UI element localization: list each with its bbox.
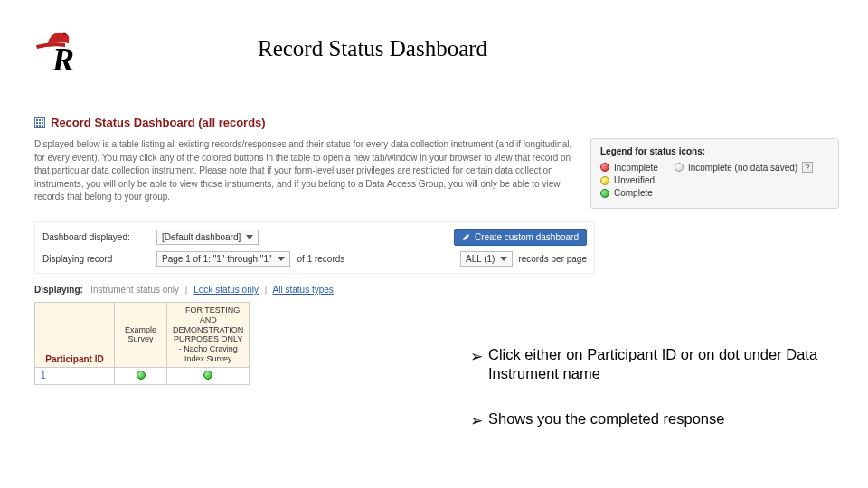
- bullet-list: ➢ Click either on Participant ID or on d…: [470, 345, 859, 454]
- status-dot-green-icon[interactable]: [137, 371, 146, 380]
- bullet-item: ➢ Shows you the completed response: [470, 409, 859, 428]
- participant-id-link[interactable]: 1: [41, 371, 46, 380]
- legend-label: Incomplete: [614, 163, 658, 173]
- dashboard-select[interactable]: [Default dashboard]: [156, 230, 259, 245]
- filter-option-all[interactable]: All status types: [273, 285, 334, 295]
- dashboard-displayed-row: Dashboard displayed: [Default dashboard]…: [42, 229, 587, 246]
- slide-title: Record Status Dashboard: [258, 36, 487, 61]
- svg-text:R: R: [52, 42, 74, 72]
- col-participant-id: Participant ID: [35, 303, 115, 368]
- legend-label: Incomplete (no data saved): [688, 163, 797, 173]
- caret-down-icon: [500, 257, 507, 261]
- logo: R: [34, 25, 89, 72]
- legend-row-incomplete: Incomplete Incomplete (no data saved) ?: [600, 162, 829, 173]
- dashboard-description: Displayed below is a table listing all e…: [34, 138, 572, 204]
- legend-row-unverified: Unverified: [600, 175, 829, 185]
- grid-icon: [34, 117, 45, 128]
- pencil-icon: [462, 233, 470, 241]
- arrow-bullet-icon: ➢: [470, 411, 483, 430]
- caret-down-icon: [246, 235, 253, 239]
- displaying-filter: Displaying: Instrument status only | Loc…: [34, 285, 839, 295]
- legend-row-complete: Complete: [600, 188, 829, 198]
- table-row: 1: [35, 367, 250, 384]
- status-dot-red-icon: [600, 163, 609, 172]
- filter-option-lock[interactable]: Lock status only: [193, 285, 259, 295]
- legend-label: Complete: [614, 188, 653, 198]
- col-example-survey: Example Survey: [115, 303, 167, 368]
- per-page-select[interactable]: ALL (1): [460, 251, 513, 267]
- caret-down-icon: [278, 257, 285, 261]
- status-dot-yellow-icon: [600, 176, 609, 185]
- bullet-item: ➢ Click either on Participant ID or on d…: [470, 345, 859, 384]
- legend-title: Legend for status icons:: [600, 146, 829, 156]
- dashboard-title: Record Status Dashboard (all records): [51, 116, 266, 129]
- control-label: Dashboard displayed:: [42, 232, 149, 242]
- status-dot-gray-icon: [675, 163, 684, 172]
- col-nacho-survey: __FOR TESTING AND DEMONSTRATION PURPOSES…: [167, 303, 250, 368]
- create-dashboard-button[interactable]: Create custom dashboard: [454, 229, 587, 246]
- page-select[interactable]: Page 1 of 1: "1" through "1": [156, 251, 290, 267]
- select-value: ALL (1): [466, 254, 495, 264]
- records-per-page-text: records per page: [518, 254, 587, 264]
- filter-option-instrument: Instrument status only: [90, 285, 179, 295]
- legend-label: Unverified: [614, 175, 655, 185]
- select-value: Page 1 of 1: "1" through "1": [162, 254, 272, 264]
- displaying-record-row: Displaying record Page 1 of 1: "1" throu…: [42, 251, 587, 267]
- legend-box: Legend for status icons: Incomplete Inco…: [590, 138, 839, 209]
- status-dot-green-icon[interactable]: [203, 371, 212, 380]
- filter-prefix: Displaying:: [34, 285, 83, 295]
- records-table: Participant ID Example Survey __FOR TEST…: [34, 302, 250, 385]
- svg-point-0: [63, 33, 66, 35]
- controls-box: Dashboard displayed: [Default dashboard]…: [34, 221, 595, 274]
- bullet-text: Shows you the completed response: [488, 410, 724, 427]
- help-icon[interactable]: ?: [802, 162, 813, 173]
- button-label: Create custom dashboard: [475, 232, 579, 242]
- dashboard-header: Record Status Dashboard (all records): [34, 116, 839, 129]
- of-records-text: of 1 records: [297, 254, 345, 264]
- status-dot-green-icon: [600, 189, 609, 198]
- arrow-bullet-icon: ➢: [470, 347, 483, 366]
- control-label: Displaying record: [42, 254, 149, 264]
- select-value: [Default dashboard]: [162, 232, 241, 242]
- bullet-text: Click either on Participant ID or on dot…: [488, 346, 817, 381]
